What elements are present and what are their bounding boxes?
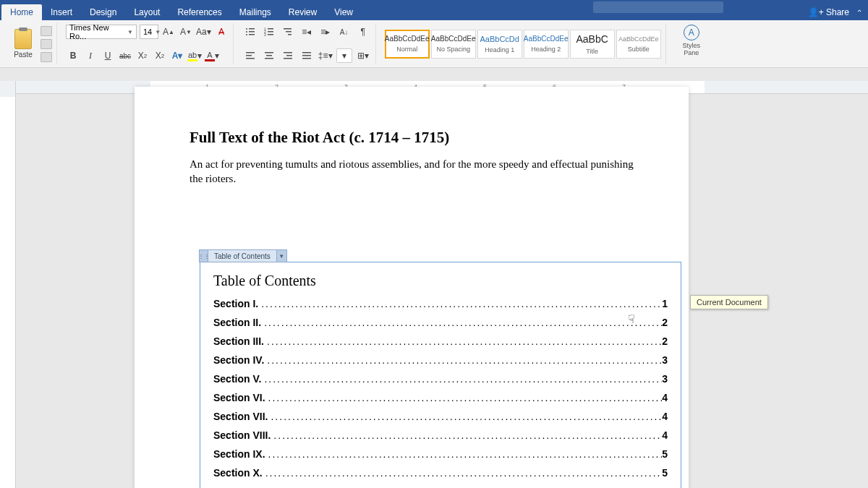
line-spacing-button[interactable]: ‡≡▾ (318, 48, 333, 63)
svg-rect-20 (265, 58, 273, 59)
toc-entry[interactable]: Section X.5 (213, 467, 668, 479)
toc-entry[interactable]: Section I.1 (213, 298, 668, 309)
italic-button[interactable]: I (83, 48, 98, 63)
styles-pane-icon: A (684, 25, 699, 40)
toc-entry[interactable]: Section VIII.4 (213, 429, 668, 441)
font-name-select[interactable]: Times New Ro...▼ (66, 25, 137, 39)
svg-rect-19 (266, 55, 272, 56)
svg-rect-15 (246, 52, 255, 53)
toc-entry[interactable]: Section VI.4 (213, 392, 668, 403)
svg-point-2 (246, 31, 247, 33)
clear-formatting-button[interactable]: A̶ (214, 25, 229, 39)
strikethrough-button[interactable]: abc (118, 48, 132, 63)
tab-review[interactable]: Review (280, 4, 326, 20)
justify-button[interactable] (299, 48, 315, 63)
decrease-indent-button[interactable]: ≡◂ (299, 25, 315, 39)
style-subtitle[interactable]: AaBbCcDdEeSubtitle (616, 30, 661, 59)
document-area: 1234567 Full Text of the Riot Act (c. 17… (0, 81, 868, 488)
svg-rect-24 (302, 52, 311, 53)
grow-font-button[interactable]: A▲ (161, 25, 176, 39)
shading-button[interactable]: ▾ (336, 48, 352, 63)
toc-heading[interactable]: Table of Contents (213, 273, 668, 289)
tab-design[interactable]: Design (81, 4, 125, 20)
superscript-button[interactable]: X2 (153, 48, 167, 63)
toc-handle-icon[interactable]: ⋮⋮ (199, 249, 208, 262)
svg-text:3: 3 (264, 33, 266, 37)
clipboard-icon (14, 29, 32, 49)
align-right-button[interactable] (280, 48, 296, 63)
svg-rect-18 (265, 52, 273, 53)
svg-rect-21 (284, 52, 292, 53)
style-title[interactable]: AaBbCTitle (570, 30, 615, 59)
subscript-button[interactable]: X2 (135, 48, 150, 63)
font-group: Times New Ro...▼ 14▼ A▲ A▼ Aa▾ A̶ B I U … (61, 23, 234, 64)
bullets-button[interactable] (242, 25, 258, 39)
toc-entry[interactable]: Section IV.3 (213, 354, 668, 366)
cut-button[interactable] (41, 26, 52, 36)
bold-button[interactable]: B (66, 48, 80, 63)
svg-point-4 (246, 34, 247, 35)
tab-insert[interactable]: Insert (42, 4, 81, 20)
toc-tab-label[interactable]: Table of Contents (208, 249, 277, 262)
increase-indent-button[interactable]: ≡▸ (318, 25, 333, 39)
toc-entry[interactable]: Section III.2 (213, 335, 668, 347)
font-color-button[interactable]: A▾ (205, 48, 219, 63)
toc-entry[interactable]: Section V.3 (213, 373, 668, 385)
align-center-button[interactable] (261, 48, 277, 63)
tab-view[interactable]: View (326, 4, 362, 20)
copy-button[interactable] (41, 39, 52, 49)
document-paragraph[interactable]: An act for preventing tumults and riotou… (190, 157, 634, 187)
svg-rect-1 (249, 28, 255, 30)
tab-home[interactable]: Home (1, 4, 42, 20)
ribbon-home: Paste Times New Ro...▼ 14▼ A▲ A▼ Aa▾ A̶ … (0, 20, 868, 68)
svg-rect-16 (246, 55, 252, 56)
collapse-ribbon-icon[interactable]: ⌃ (856, 9, 862, 17)
text-effects-button[interactable]: A▾ (170, 48, 184, 63)
style-heading-1[interactable]: AaBbCcDdHeading 1 (477, 30, 522, 59)
show-marks-button[interactable]: ¶ (355, 25, 371, 39)
toc-entry[interactable]: Section VII.4 (213, 411, 668, 422)
svg-rect-26 (302, 58, 311, 59)
svg-rect-14 (288, 34, 292, 35)
font-size-select[interactable]: 14▼ (140, 25, 158, 39)
clipboard-group: Paste (4, 23, 57, 64)
numbering-button[interactable]: 123 (261, 25, 277, 39)
svg-rect-7 (268, 28, 273, 30)
svg-rect-9 (268, 31, 273, 33)
paragraph-group: 123 ≡◂ ≡▸ A↓ ¶ ‡≡▾ ▾ ⊞▾ (238, 23, 376, 64)
underline-button[interactable]: U (101, 48, 115, 63)
styles-pane-label: Styles Pane (675, 43, 708, 57)
toc-field-tab[interactable]: ⋮⋮ Table of Contents ▼ (199, 249, 287, 262)
borders-button[interactable]: ⊞▾ (355, 48, 371, 63)
toc-dropdown-icon[interactable]: ▼ (277, 249, 287, 262)
highlight-button[interactable]: ab▾ (187, 48, 202, 63)
toc-entry[interactable]: Section IX.5 (213, 448, 668, 460)
align-left-button[interactable] (242, 48, 258, 63)
change-case-button[interactable]: Aa▾ (196, 25, 211, 39)
search-in-document[interactable] (593, 1, 723, 13)
multilevel-list-button[interactable] (280, 25, 296, 39)
paste-button[interactable]: Paste (9, 25, 38, 63)
style-normal[interactable]: AaBbCcDdEeNormal (385, 30, 430, 59)
ribbon-tabs: HomeInsertDesignLayoutReferencesMailings… (0, 4, 868, 20)
svg-rect-12 (284, 28, 292, 30)
format-painter-button[interactable] (41, 52, 52, 62)
tab-layout[interactable]: Layout (125, 4, 169, 20)
svg-rect-3 (249, 31, 255, 33)
toc-field-container[interactable]: ⋮⋮ Table of Contents ▼ Table of Contents… (200, 262, 681, 488)
toc-entry[interactable]: Section II.2 (213, 317, 668, 328)
tab-mailings[interactable]: Mailings (231, 4, 280, 20)
style-no-spacing[interactable]: AaBbCcDdEeNo Spacing (431, 30, 476, 59)
svg-point-0 (246, 28, 247, 30)
share-button[interactable]: 👤+ Share (808, 7, 849, 17)
svg-rect-13 (286, 31, 292, 33)
tooltip-current-document: Current Document (690, 295, 768, 309)
style-heading-2[interactable]: AaBbCcDdEeHeading 2 (524, 30, 569, 59)
shrink-font-button[interactable]: A▼ (179, 25, 193, 39)
styles-pane-button[interactable]: A Styles Pane (675, 25, 708, 57)
tab-references[interactable]: References (169, 4, 230, 20)
sort-button[interactable]: A↓ (336, 25, 352, 39)
vertical-ruler[interactable] (0, 81, 16, 488)
svg-rect-5 (249, 34, 255, 35)
document-title[interactable]: Full Text of the Riot Act (c. 1714 – 171… (190, 129, 634, 147)
